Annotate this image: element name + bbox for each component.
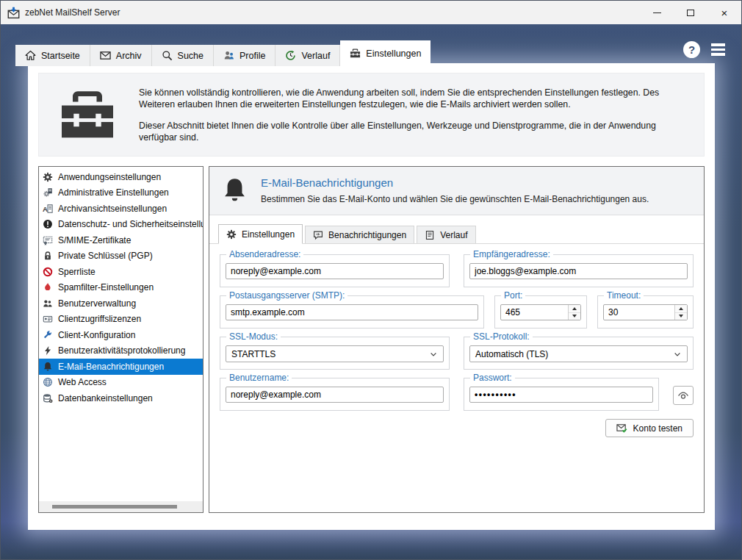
maximize-button[interactable] <box>674 1 707 24</box>
smtp-server-label: Postausgangsserver (SMTP): <box>226 290 347 301</box>
password-group: Passwort: <box>464 378 659 411</box>
close-button[interactable]: × <box>707 1 741 24</box>
sidebar-item-datenbankeinstellungen[interactable]: Datenbankeinstellungen <box>39 390 203 406</box>
users-icon <box>43 298 53 309</box>
warning-circle-icon <box>43 219 53 229</box>
main-tab-bar: StartseiteArchivSucheProfileVerlaufEinst… <box>15 40 431 66</box>
sidebar-item-label: Benutzeraktivitätsprotokollierung <box>58 345 185 356</box>
sidebar-item-private-schl-ssel-pgp[interactable]: Private Schlüssel (PGP) <box>39 248 203 265</box>
sidebar-item-label: Datenbankeinstellungen <box>58 393 153 403</box>
svg-text:A: A <box>43 204 48 212</box>
gear-icon <box>226 229 237 240</box>
username-input[interactable] <box>226 387 444 403</box>
tab-suche[interactable]: Suche <box>152 45 214 66</box>
toolbox-icon <box>350 48 361 59</box>
timeout-spin-up[interactable] <box>675 305 687 313</box>
window-body: StartseiteArchivSucheProfileVerlaufEinst… <box>1 24 741 559</box>
bell-icon <box>221 175 248 206</box>
journal-icon <box>425 230 435 240</box>
sender-address-group: Absenderadresse: <box>220 254 450 287</box>
bell-icon <box>43 362 53 372</box>
mail-icon <box>100 50 111 61</box>
sidebar-item-client-konfiguration[interactable]: Client-Konfiguration <box>39 327 203 343</box>
spin-down-icon <box>572 315 577 317</box>
eye-icon <box>677 390 689 401</box>
reveal-password-button[interactable] <box>673 386 694 405</box>
sender-address-input[interactable] <box>226 263 444 279</box>
panel-tab-einstellungen[interactable]: Einstellungen <box>218 224 303 244</box>
panel-header: E-Mail-Benachrichtigungen Bestimmen Sie … <box>209 167 704 215</box>
sidebar-item-label: E-Mail-Benachrichtigungen <box>58 362 164 372</box>
port-spin-down[interactable] <box>569 313 580 320</box>
menu-button[interactable] <box>711 43 725 56</box>
tab-label: Einstellungen <box>366 49 421 59</box>
block-icon <box>43 267 53 277</box>
timeout-spin-down[interactable] <box>675 313 687 320</box>
tab-label: Archiv <box>116 51 142 61</box>
sidebar-item-label: Private Schlüssel (PGP) <box>58 251 153 261</box>
database-icon <box>43 393 53 403</box>
tab-profile[interactable]: Profile <box>214 45 275 66</box>
panel-tab-label: Verlauf <box>440 230 467 240</box>
spin-down-icon <box>679 315 683 317</box>
sidebar-item-datenschutz-und-sicherheitseinstellungen[interactable]: Datenschutz- und Sicherheitseinstellunge… <box>39 217 203 233</box>
chevron-down-icon <box>429 350 438 359</box>
history-icon <box>285 50 296 61</box>
sidebar-item-sperrliste[interactable]: Sperrliste <box>39 264 203 280</box>
panel-tab-benachrichtigungen[interactable]: Benachrichtigungen <box>305 226 414 243</box>
sidebar-item-web-access[interactable]: Web Access <box>39 375 203 391</box>
sidebar-item-benutzerverwaltung[interactable]: Benutzerverwaltung <box>39 295 203 312</box>
minimize-button[interactable] <box>640 1 674 24</box>
panel-tab-bar: EinstellungenBenachrichtigungenVerlauf <box>209 215 704 244</box>
port-spin-up[interactable] <box>569 305 580 313</box>
scrollbar-thumb[interactable] <box>52 505 177 509</box>
sidebar-item-administrative-einstellungen[interactable]: Administrative Einstellungen <box>39 185 203 201</box>
globe-icon <box>43 377 53 387</box>
tab-startseite[interactable]: Startseite <box>15 45 90 66</box>
panel-tab-label: Einstellungen <box>242 229 295 240</box>
ssl-mode-value: STARTTLS <box>231 349 275 359</box>
profile-icon <box>223 50 234 61</box>
help-button[interactable]: ? <box>683 41 700 58</box>
flame-icon <box>43 282 53 292</box>
client-config-icon <box>43 330 53 340</box>
sidebar-item-archivansichtseinstellungen[interactable]: AArchivansichtseinstellungen <box>39 201 203 217</box>
recipient-address-input[interactable] <box>469 263 688 279</box>
test-account-label: Konto testen <box>633 423 682 434</box>
ssl-protocol-select[interactable]: Automatisch (TLS) <box>469 345 688 362</box>
certificate-icon <box>43 235 53 245</box>
sidebar-item-clientzugriffslizenzen[interactable]: Clientzugriffslizenzen <box>39 312 203 328</box>
window-title: zebNet MailShelf Server <box>25 7 640 18</box>
sidebar-item-label: Datenschutz- und Sicherheitseinstellunge… <box>58 219 203 229</box>
sidebar-item-s-mime-zertifikate[interactable]: S/MIME-Zertifikate <box>39 232 203 248</box>
sidebar-item-label: Web Access <box>58 377 107 387</box>
test-account-button[interactable]: Konto testen <box>605 419 694 437</box>
tab-verlauf[interactable]: Verlauf <box>275 45 340 66</box>
panel-tab-verlauf[interactable]: Verlauf <box>417 226 475 243</box>
password-input[interactable] <box>469 387 653 403</box>
sidebar-item-spamfilter-einstellungen[interactable]: Spamfilter-Einstellungen <box>39 280 203 296</box>
sidebar-item-e-mail-benachrichtigungen[interactable]: E-Mail-Benachrichtigungen <box>39 359 203 375</box>
ssl-mode-select[interactable]: STARTTLS <box>226 345 444 362</box>
mail-check-icon <box>616 423 627 434</box>
maximize-icon <box>687 10 694 16</box>
gear-icon <box>43 172 53 182</box>
hamburger-icon <box>711 43 725 46</box>
chat-icon <box>313 230 323 240</box>
settings-category-list: AnwendungseinstellungenAdministrative Ei… <box>38 166 203 513</box>
tab-einstellungen[interactable]: Einstellungen <box>340 40 431 66</box>
tab-archiv[interactable]: Archiv <box>90 45 152 66</box>
lightning-icon <box>43 345 53 356</box>
sidebar-item-label: Benutzerverwaltung <box>58 298 136 309</box>
home-icon <box>25 50 36 61</box>
panel-tab-label: Benachrichtigungen <box>328 230 406 240</box>
sidebar-item-anwendungseinstellungen[interactable]: Anwendungseinstellungen <box>39 169 203 185</box>
sidebar-horizontal-scrollbar[interactable] <box>39 501 203 512</box>
email-notifications-panel: E-Mail-Benachrichtigungen Bestimmen Sie … <box>209 166 705 513</box>
sidebar-item-benutzeraktivit-tsprotokollierung[interactable]: Benutzeraktivitätsprotokollierung <box>39 343 203 359</box>
archive-view-icon: A <box>43 204 53 214</box>
panel-title: E-Mail-Benachrichtigungen <box>261 176 649 189</box>
ssl-mode-group: SSL-Modus: STARTTLS <box>220 337 450 370</box>
smtp-server-input[interactable] <box>226 304 478 320</box>
sidebar-item-label: Spamfilter-Einstellungen <box>58 282 154 292</box>
